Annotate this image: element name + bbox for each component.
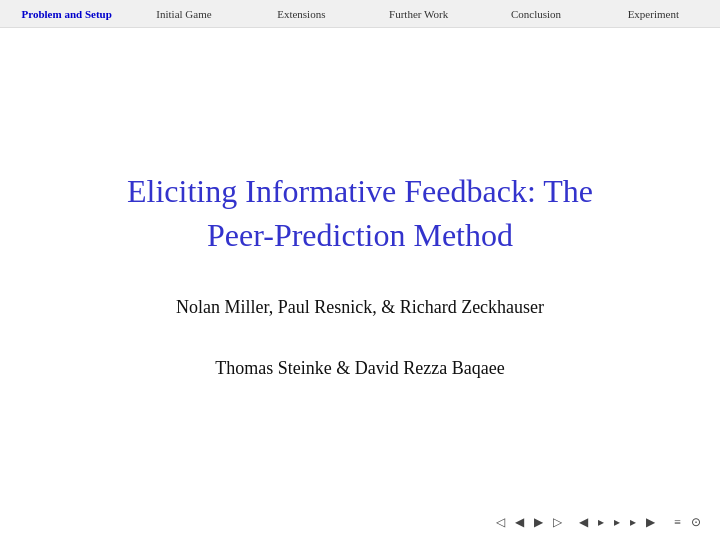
nav-last-button[interactable]: ▷ xyxy=(550,514,565,531)
bottom-nav-controls: ◁ ◀ ▶ ▷ ◀ ▸ ▸ ▸ ▶ ≡ ⊙ xyxy=(493,514,704,531)
nav-item-conclusion[interactable]: Conclusion xyxy=(477,4,594,24)
nav-section-dot2: ▸ xyxy=(611,514,623,531)
nav-section-next-button[interactable]: ▶ xyxy=(643,514,658,531)
nav-item-further-work[interactable]: Further Work xyxy=(360,4,477,24)
nav-zoom-icon[interactable]: ⊙ xyxy=(688,514,704,531)
slide-presenters: Thomas Steinke & David Rezza Baqaee xyxy=(215,358,504,379)
slide-title: Eliciting Informative Feedback: The Peer… xyxy=(127,170,593,256)
nav-item-problem-setup[interactable]: Problem and Setup xyxy=(8,4,125,24)
nav-item-initial-game[interactable]: Initial Game xyxy=(125,4,242,24)
nav-prev-button[interactable]: ◀ xyxy=(512,514,527,531)
nav-menu-icon[interactable]: ≡ xyxy=(671,514,684,531)
nav-section-prev-button[interactable]: ◀ xyxy=(576,514,591,531)
nav-first-button[interactable]: ◁ xyxy=(493,514,508,531)
nav-item-extensions[interactable]: Extensions xyxy=(243,4,360,24)
nav-item-experiment[interactable]: Experiment xyxy=(595,4,712,24)
slide-authors: Nolan Miller, Paul Resnick, & Richard Ze… xyxy=(176,297,544,318)
nav-section-dot3: ▸ xyxy=(627,514,639,531)
nav-next-button[interactable]: ▶ xyxy=(531,514,546,531)
nav-bar: Problem and Setup Initial Game Extension… xyxy=(0,0,720,28)
nav-section-dot1: ▸ xyxy=(595,514,607,531)
slide-content: Eliciting Informative Feedback: The Peer… xyxy=(0,28,720,541)
